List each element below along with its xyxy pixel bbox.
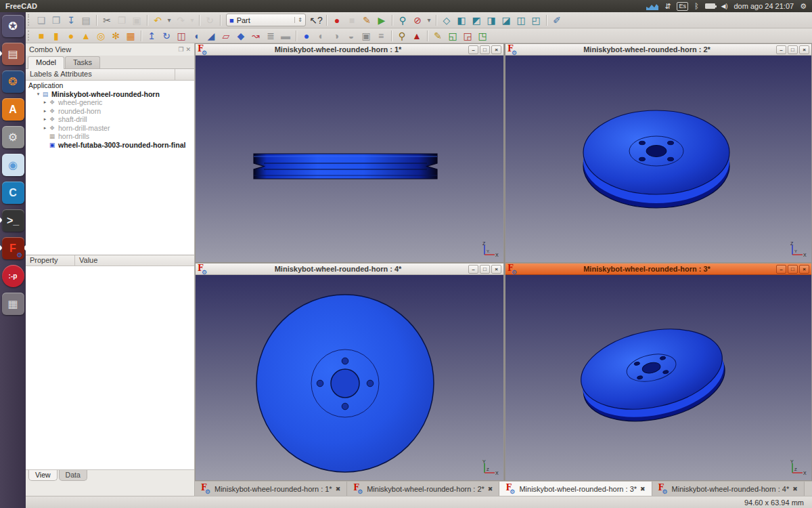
part-ruled-surface-icon[interactable]: ▱ [219, 29, 233, 43]
view-fit-all-icon[interactable]: ⚲ [395, 14, 410, 27]
part-box-icon[interactable]: ■ [34, 29, 49, 43]
workbench-selector[interactable]: ■ Part ⇕ [226, 14, 306, 26]
bluetooth-icon[interactable]: ᛒ [694, 0, 699, 12]
window-4[interactable]: F⚙ Miniskybot-wheel-rounded-horn : 4* –□… [195, 263, 504, 481]
viewport-2[interactable]: Z Y X [505, 56, 811, 262]
launcher-item-dash-home[interactable]: ✪ [0, 12, 26, 40]
tree-root[interactable]: Application [26, 81, 194, 90]
tree-item[interactable]: ▦horn-drills [26, 132, 194, 141]
part-cylinder-icon[interactable]: ▮ [49, 29, 64, 43]
system-monitor-icon[interactable] [646, 2, 658, 10]
launcher-item-freecad[interactable]: F⚙ [0, 234, 26, 262]
macro-record-icon[interactable]: ● [330, 14, 344, 27]
launcher-item-c-editor[interactable]: C [0, 179, 26, 207]
part-sphere-icon[interactable]: ● [64, 29, 78, 43]
part-refine-shape-icon[interactable]: ◱ [445, 29, 460, 43]
tab-close-icon[interactable]: ✖ [336, 486, 341, 492]
window-4-titlebar[interactable]: F⚙ Miniskybot-wheel-rounded-horn : 4* –□… [196, 263, 503, 275]
collapsed-arrow-icon[interactable]: ▸ [42, 117, 48, 122]
window-2-titlebar[interactable]: F⚙ Miniskybot-wheel-rounded-horn : 2* –□… [505, 44, 811, 56]
launcher-item-system-settings[interactable]: ⚙ [0, 123, 26, 151]
part-compound-tools-icon[interactable]: ≡ [374, 29, 388, 43]
view-left-icon[interactable]: ◰ [528, 14, 543, 27]
undo-dropdown-icon[interactable]: ▾ [165, 14, 173, 27]
maximize-button[interactable]: □ [788, 265, 798, 274]
viewport-3[interactable]: Y Z X [505, 275, 811, 480]
draw-style-dropdown-icon[interactable]: ▾ [425, 14, 433, 27]
tree-item[interactable]: ▸❖shaft-drill [26, 115, 194, 124]
window-1[interactable]: F⚙ Miniskybot-wheel-rounded-horn : 1* –□… [195, 43, 504, 263]
battery-icon[interactable] [705, 3, 715, 9]
tab-close-icon[interactable]: ✖ [488, 486, 493, 492]
mdi-tab[interactable]: F⚙Miniskybot-wheel-rounded-horn : 2*✖ [347, 482, 499, 496]
property-table-body[interactable] [26, 266, 194, 470]
minimize-button[interactable]: – [776, 265, 786, 274]
part-boolean-union-icon[interactable]: ● [299, 29, 314, 43]
part-loft-icon[interactable]: ◆ [233, 29, 248, 43]
mdi-tab[interactable]: F⚙Miniskybot-wheel-rounded-horn : 1*✖ [195, 482, 347, 496]
sync-indicator-icon[interactable]: ⇵ [664, 0, 671, 12]
window-2[interactable]: F⚙ Miniskybot-wheel-rounded-horn : 2* –□… [505, 43, 812, 263]
collapsed-arrow-icon[interactable]: ▸ [42, 108, 48, 114]
keyboard-layout-indicator[interactable]: Es [677, 2, 688, 11]
launcher-item-terminal[interactable]: >_ [0, 207, 26, 234]
tab-model[interactable]: Model [28, 56, 64, 69]
toolbar-handle[interactable] [28, 30, 32, 41]
view-rear-icon[interactable]: ◪ [499, 14, 514, 27]
tab-close-icon[interactable]: ✖ [792, 486, 798, 492]
view-top-icon[interactable]: ◩ [469, 14, 484, 27]
mdi-tab[interactable]: F⚙Miniskybot-wheel-rounded-horn : 3*✖ [499, 482, 652, 496]
tree-item[interactable]: ▸❖rounded-horn [26, 107, 194, 116]
tree-header-label[interactable]: Labels & Attributes [26, 69, 175, 80]
window-3[interactable]: F⚙ Miniskybot-wheel-rounded-horn : 3* –□… [505, 263, 812, 481]
minimize-button[interactable]: – [468, 265, 478, 274]
part-cone-icon[interactable]: ▲ [78, 29, 93, 43]
maximize-button[interactable]: □ [788, 45, 798, 54]
collapsed-arrow-icon[interactable]: ▸ [42, 100, 48, 105]
close-button[interactable]: × [491, 265, 501, 274]
view-bottom-icon[interactable]: ◫ [514, 14, 528, 27]
part-boolean-common-icon[interactable]: ◑ [329, 29, 344, 43]
launcher-item-files[interactable]: ▤ [0, 40, 26, 68]
part-revolve-icon[interactable]: ↻ [159, 29, 174, 43]
collapsed-arrow-icon[interactable]: ▸ [42, 125, 48, 131]
minimize-button[interactable]: – [468, 45, 478, 54]
window-3-titlebar[interactable]: F⚙ Miniskybot-wheel-rounded-horn : 3* –□… [505, 263, 811, 275]
macro-edit-icon[interactable]: ✎ [359, 14, 374, 27]
mdi-tab[interactable]: F⚙Miniskybot-wheel-rounded-horn : 4*✖ [652, 482, 805, 496]
tree-item[interactable]: ▾▤Miniskybot-wheel-rounded-horn [26, 90, 194, 99]
part-cross-sections-icon[interactable]: ▬ [278, 29, 293, 43]
tree-item[interactable]: ▸❖horn-drill-master [26, 124, 194, 133]
workbench-spinner-icon[interactable]: ⇕ [294, 17, 302, 23]
part-sweep-icon[interactable]: ↝ [248, 29, 263, 43]
tree-item[interactable]: ▸❖wheel-generic [26, 98, 194, 107]
part-primitives-icon[interactable]: ✻ [108, 29, 123, 43]
print-icon[interactable]: ▤ [78, 14, 93, 27]
measure-icon[interactable]: ✐ [549, 14, 564, 27]
part-compound-icon[interactable]: ▣ [359, 29, 374, 43]
property-column[interactable]: Property [26, 255, 75, 266]
launcher-item-workspace-switcher[interactable]: ▦ [0, 290, 26, 318]
launcher-item-chromium[interactable]: ◉ [0, 151, 26, 179]
part-simple-copy-icon[interactable]: ◳ [475, 29, 490, 43]
tab-close-icon[interactable]: ✖ [640, 486, 646, 492]
part-edit-shape-icon[interactable]: ✎ [430, 29, 445, 43]
launcher-item-player-p[interactable]: :-p [0, 262, 26, 290]
view-front-icon[interactable]: ◧ [454, 14, 469, 27]
clock[interactable]: dom ago 24 21:07 [734, 2, 794, 10]
window-1-titlebar[interactable]: F⚙ Miniskybot-wheel-rounded-horn : 1* –□… [196, 44, 503, 56]
session-gear-icon[interactable]: ⚙ [800, 0, 807, 12]
tree-item[interactable]: ▣wheel-futaba-3003-rounded-horn-final [26, 141, 194, 150]
tab-data[interactable]: Data [59, 470, 87, 481]
part-defeaturing-icon[interactable]: ▲ [409, 29, 424, 43]
float-panel-button[interactable]: ❐ [178, 46, 183, 53]
view-right-icon[interactable]: ◨ [484, 14, 499, 27]
part-reverse-shape-icon[interactable]: ◲ [460, 29, 475, 43]
cut-icon[interactable]: ✂ [99, 14, 114, 27]
part-shape-builder-icon[interactable]: ▦ [123, 29, 138, 43]
undo-icon[interactable]: ↶ [150, 14, 165, 27]
viewport-1[interactable]: Z Y. X [196, 56, 503, 262]
value-column[interactable]: Value [75, 255, 102, 266]
view-axonometric-icon[interactable]: ◇ [439, 14, 454, 27]
part-extrude-icon[interactable]: ↥ [144, 29, 159, 43]
